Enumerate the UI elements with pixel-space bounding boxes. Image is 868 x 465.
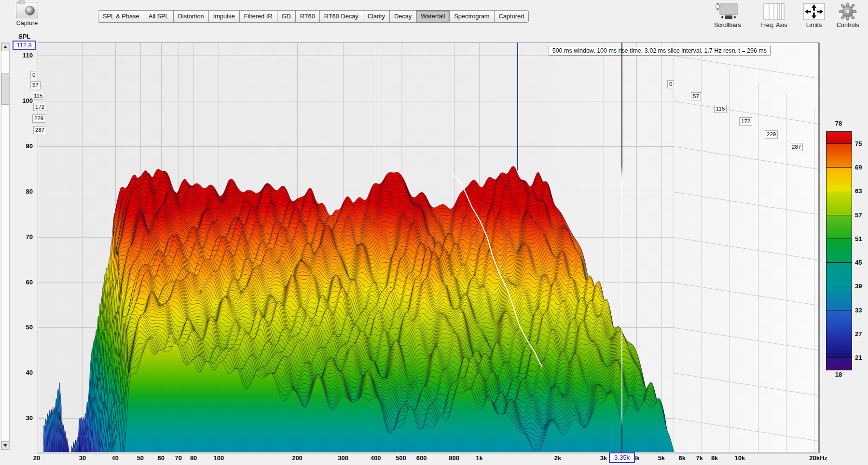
freq-tick-7k: 7k (696, 454, 703, 462)
colorbar-tick-39: 39 (855, 282, 862, 290)
scrollbar-thumb[interactable] (1, 73, 9, 105)
spl-tick-40: 40 (12, 369, 33, 376)
colorbar-segment-63-69 (827, 168, 852, 191)
freq-tick-30: 30 (79, 454, 86, 462)
tab-spl-phase[interactable]: SPL & Phase (98, 10, 144, 23)
time-label-right-57: 57 (691, 92, 701, 100)
camera-icon (16, 2, 38, 18)
tab-filtered-ir[interactable]: Filtered IR (239, 10, 277, 23)
spl-tick-50: 50 (12, 324, 33, 331)
spl-tick-100: 100 (12, 97, 33, 104)
colorbar-segment-75-78 (827, 132, 852, 144)
colorbar-tick-27: 27 (855, 330, 862, 338)
freq-tick-60: 60 (157, 454, 164, 462)
colorbar-tick-51: 51 (855, 235, 862, 242)
freq-tick-20: 20 (33, 454, 40, 462)
freq-tick-8k: 8k (711, 454, 718, 462)
freq-tick-800: 800 (449, 454, 459, 462)
colorbar-min-label: 18 (826, 371, 851, 378)
tab-distortion[interactable]: Distortion (173, 10, 208, 23)
freq-tick-600: 600 (416, 454, 427, 462)
freq-tick-40: 40 (111, 454, 118, 462)
limits-icon (803, 2, 825, 21)
freq-tick-3k: 3k (600, 454, 607, 462)
time-label-left-287: 287 (33, 126, 46, 134)
freq-tick-500: 500 (396, 454, 406, 462)
freq-tick-6k: 6k (678, 454, 685, 462)
scrollbars-icon (714, 2, 741, 21)
colorbar-tick-75: 75 (855, 140, 862, 147)
freq-cursor-readout: 3.35k (609, 452, 635, 463)
spl-axis-title: SPL (18, 33, 30, 40)
freq-tick-10k: 10k (735, 454, 745, 462)
freq-tick-80: 80 (190, 454, 197, 462)
freq-tick-200: 200 (292, 454, 303, 462)
tab-clarity[interactable]: Clarity (363, 10, 389, 23)
tool-limits-button[interactable]: Limits (803, 2, 825, 28)
freq-tick-20khz: 20kHz (809, 454, 827, 462)
spl-tick-90: 90 (12, 142, 33, 150)
settings-readout: 500 ms window, 100 ms rise time, 3.02 ms… (549, 46, 771, 56)
tab-decay[interactable]: Decay (389, 10, 416, 23)
colorbar-segment-33-39 (827, 286, 852, 310)
freq-tick-5k: 5k (658, 454, 665, 462)
frequency-cursor-line[interactable] (621, 42, 622, 452)
tool-freq-axis-button[interactable]: Freq. Axis (760, 2, 787, 28)
freq-tick-300: 300 (338, 454, 348, 462)
tab-gd[interactable]: GD (277, 10, 295, 23)
colorbar-tick-57: 57 (855, 211, 862, 218)
spl-tick-70: 70 (12, 233, 33, 240)
colorbar-tick-33: 33 (855, 306, 862, 313)
vertical-scrollbar[interactable] (1, 42, 10, 450)
scroll-up-button[interactable] (1, 43, 9, 51)
freq-tick-400: 400 (371, 454, 381, 462)
colorbar-segment-21-27 (827, 334, 852, 358)
tab-all-spl[interactable]: All SPL (144, 10, 173, 23)
rew-window: Capture SPL & PhaseAll SPLDistortionImpu… (0, 0, 868, 465)
scroll-down-button[interactable] (1, 441, 9, 450)
tab-waterfall[interactable]: Waterfall (416, 10, 449, 23)
tab-captured[interactable]: Captured (494, 10, 529, 23)
time-label-left-115: 115 (32, 92, 44, 100)
tab-rt60-decay[interactable]: RT60 Decay (319, 10, 363, 23)
colorbar-segment-18-21 (827, 358, 852, 370)
colorbar-max-label: 78 (826, 120, 851, 127)
spl-tick-110: 110 (12, 52, 33, 59)
time-label-left-229: 229 (32, 114, 45, 123)
waterfall-plot[interactable] (38, 42, 819, 452)
time-cursor-line[interactable] (517, 42, 518, 170)
time-label-right-287: 287 (790, 143, 803, 151)
tool-controls-button[interactable]: Controls (837, 2, 859, 28)
capture-label: Capture (13, 20, 41, 27)
colorbar-segment-51-57 (827, 215, 852, 239)
freq-axis-icon (760, 2, 787, 21)
gear-icon (837, 2, 859, 21)
colorbar-segment-57-63 (827, 191, 852, 215)
time-label-right-229: 229 (765, 130, 778, 139)
colorbar-tick-45: 45 (855, 259, 862, 266)
tab-spectrogram[interactable]: Spectrogram (449, 10, 494, 23)
time-label-left-57: 57 (30, 81, 41, 89)
tool-scrollbars-button[interactable]: Scrollbars (714, 2, 741, 28)
tab-rt60[interactable]: RT60 (295, 10, 319, 23)
spl-top-input[interactable]: 112.8 (13, 41, 36, 50)
spl-tick-80: 80 (12, 188, 33, 195)
colorbar-tick-63: 63 (855, 187, 862, 195)
time-label-right-0: 0 (667, 80, 674, 88)
colorbar-tick-69: 69 (855, 163, 862, 170)
capture-button[interactable]: Capture (13, 2, 41, 27)
time-label-left-172: 172 (33, 103, 46, 111)
freq-tick-100: 100 (214, 454, 224, 462)
spl-tick-30: 30 (12, 414, 33, 422)
graph-tools: ScrollbarsFreq. AxisLimitsControls (710, 2, 868, 32)
colorbar-segment-27-33 (827, 310, 852, 334)
colorbar-segment-39-45 (827, 263, 852, 286)
measurement-tab-bar: SPL & PhaseAll SPLDistortionImpulseFilte… (98, 10, 529, 23)
time-label-right-115: 115 (714, 105, 727, 113)
colorbar (826, 131, 852, 370)
freq-tick-1k: 1k (476, 454, 482, 462)
tab-impulse[interactable]: Impulse (208, 10, 239, 23)
freq-tick-70: 70 (175, 454, 182, 462)
time-label-right-172: 172 (739, 117, 752, 126)
spl-tick-60: 60 (12, 279, 33, 286)
